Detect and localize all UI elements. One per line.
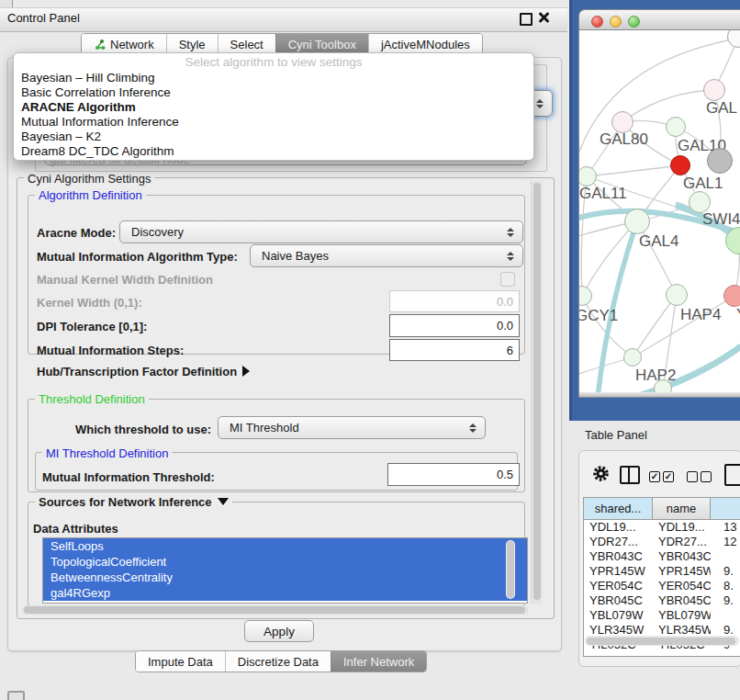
kernel-width-field[interactable]: 0.0 bbox=[389, 290, 520, 312]
dpi-tolerance-field[interactable]: 0.0 bbox=[389, 314, 520, 337]
tab-select[interactable]: Select bbox=[218, 34, 275, 54]
column-header-partial[interactable] bbox=[711, 498, 740, 520]
node-label: GAL1 bbox=[683, 175, 723, 193]
tab-network[interactable]: Network bbox=[82, 34, 166, 54]
apply-button[interactable]: Apply bbox=[244, 620, 314, 642]
split-columns-icon[interactable] bbox=[620, 466, 640, 484]
which-threshold-label: Which threshold to use: bbox=[75, 423, 211, 436]
sources-toggle[interactable]: Sources for Network Inference bbox=[35, 495, 232, 509]
column-header-name[interactable]: name bbox=[653, 498, 711, 520]
tab-style[interactable]: Style bbox=[166, 34, 218, 54]
network-node[interactable] bbox=[723, 285, 740, 307]
close-traffic-light-icon[interactable] bbox=[591, 16, 603, 28]
table-cell: 9. bbox=[711, 564, 740, 579]
network-node[interactable] bbox=[670, 155, 690, 175]
tab-cyni-toolbox[interactable]: Cyni Toolbox bbox=[275, 34, 368, 54]
table-header: shared... name bbox=[584, 498, 740, 520]
which-threshold-value: MI Threshold bbox=[230, 421, 299, 435]
table-horizontal-scrollbar[interactable] bbox=[585, 636, 739, 646]
mi-algorithm-type-combo[interactable]: Naive Bayes bbox=[250, 244, 523, 267]
table-row[interactable]: YDL19...YDL19...13 bbox=[584, 520, 740, 535]
node-label: HAP4 bbox=[680, 306, 721, 324]
mi-algorithm-type-value: Naive Bayes bbox=[262, 249, 329, 263]
which-threshold-combo[interactable]: MI Threshold bbox=[218, 416, 486, 439]
tab-label: Cyni Toolbox bbox=[288, 38, 356, 51]
table-row[interactable]: YPR145WYPR145W9. bbox=[584, 564, 740, 579]
table-cell: YDR27... bbox=[653, 535, 711, 549]
tab-label: Select bbox=[230, 38, 263, 51]
network-node[interactable] bbox=[654, 379, 672, 392]
unchecked-checkbox-icon[interactable] bbox=[701, 471, 712, 482]
algorithm-option[interactable]: Bayesian – K2 bbox=[14, 130, 533, 144]
table-rows: YDL19...YDL19...13YDR27...YDR27...12YBR0… bbox=[584, 520, 740, 652]
tab-discretize-data[interactable]: Discretize Data bbox=[225, 651, 331, 672]
table-cell bbox=[711, 608, 740, 623]
gear-icon[interactable] bbox=[592, 465, 610, 482]
attribute-item[interactable]: SelfLoops bbox=[43, 538, 527, 554]
mi-steps-label: Mutual Information Steps: bbox=[37, 344, 184, 357]
settings-group-title: Cyni Algorithm Settings bbox=[24, 172, 154, 186]
table-row[interactable]: YDR27...YDR27...12 bbox=[584, 535, 740, 549]
table-row[interactable]: YBR043CYBR043C bbox=[584, 549, 740, 564]
hub-definition-toggle[interactable]: Hub/Transcription Factor Definition bbox=[37, 365, 250, 378]
aracne-mode-value: Discovery bbox=[131, 225, 184, 239]
attributes-scrollbar[interactable] bbox=[506, 540, 515, 599]
control-panel-titlebar bbox=[0, 7, 567, 32]
tab-infer-network[interactable]: Infer Network bbox=[331, 651, 426, 672]
attribute-item[interactable]: gal4RGexp bbox=[43, 585, 527, 601]
checked-checkbox-icon[interactable]: ✓ bbox=[663, 471, 674, 482]
network-node[interactable] bbox=[666, 117, 686, 137]
table-cell: YER054C bbox=[584, 579, 653, 593]
column-header-shared[interactable]: shared... bbox=[584, 498, 653, 520]
tab-jactivemnodules[interactable]: jActiveMNodules bbox=[368, 34, 482, 54]
table-row[interactable]: YER054CYER054C8. bbox=[584, 579, 740, 593]
network-node[interactable] bbox=[707, 148, 733, 174]
tab-impute-data[interactable]: Impute Data bbox=[136, 651, 225, 672]
algorithm-option[interactable]: Dream8 DC_TDC Algorithm bbox=[14, 144, 533, 159]
table-row[interactable]: YBR045CYBR045C9. bbox=[584, 593, 740, 608]
network-window-bottom-frame bbox=[578, 392, 740, 398]
attribute-item[interactable]: BetweennessCentrality bbox=[43, 570, 527, 585]
table-cell: YBR045C bbox=[653, 593, 711, 608]
algorithm-option[interactable]: Bayesian – Hill Climbing bbox=[14, 71, 533, 85]
zoom-traffic-light-icon[interactable] bbox=[628, 16, 640, 28]
table-cell: 9. bbox=[711, 593, 740, 608]
algorithm-dropdown-popup: Select algorithm to view settings Bayesi… bbox=[13, 52, 534, 161]
attribute-item[interactable]: TopologicalCoefficient bbox=[43, 554, 527, 570]
checked-checkbox-icon[interactable]: ✓ bbox=[649, 471, 660, 482]
dropdown-placeholder: Select algorithm to view settings bbox=[14, 53, 533, 71]
table-cell: YBR043C bbox=[584, 549, 653, 564]
settings-horizontal-scrollbar[interactable] bbox=[22, 605, 529, 615]
network-node[interactable] bbox=[623, 348, 642, 367]
document-icon[interactable] bbox=[724, 464, 740, 486]
table-cell: YPR145W bbox=[584, 564, 653, 579]
node-label: GAL bbox=[706, 99, 737, 118]
node-label: GAL4 bbox=[639, 232, 678, 251]
algorithm-option[interactable]: Basic Correlation Inference bbox=[14, 85, 533, 100]
table-cell: YER054C bbox=[653, 579, 711, 593]
network-node[interactable] bbox=[703, 79, 725, 101]
settings-vertical-scrollbar[interactable] bbox=[531, 181, 543, 604]
collapsed-arrow-icon bbox=[242, 366, 250, 377]
network-window-titlebar[interactable] bbox=[578, 9, 740, 30]
unchecked-checkbox-icon[interactable] bbox=[687, 471, 698, 482]
table-row[interactable]: YBL079WYBL079W bbox=[584, 608, 740, 623]
minimize-traffic-light-icon[interactable] bbox=[610, 16, 622, 28]
float-window-icon[interactable] bbox=[520, 13, 533, 26]
algorithm-option[interactable]: ARACNE Algorithm bbox=[14, 100, 533, 115]
manual-kernel-width-checkbox[interactable] bbox=[500, 272, 515, 287]
network-canvas[interactable]: GALGAL80GAL10GAL1GAL11SWI4GAL4GCY1HAP4YH… bbox=[578, 30, 740, 392]
tab-label: Style bbox=[179, 38, 206, 51]
network-node[interactable] bbox=[624, 209, 650, 234]
aracne-mode-combo[interactable]: Discovery bbox=[119, 220, 523, 243]
mi-threshold-field[interactable]: 0.5 bbox=[387, 463, 520, 486]
data-attributes-label: Data Attributes bbox=[33, 522, 118, 536]
network-node[interactable] bbox=[666, 284, 688, 306]
close-icon[interactable] bbox=[538, 12, 549, 23]
spinner-arrows-icon bbox=[507, 252, 514, 261]
bottom-tabstrip: Impute Data Discretize Data Infer Networ… bbox=[135, 650, 427, 672]
algorithm-option[interactable]: Mutual Information Inference bbox=[14, 115, 533, 130]
table-cell bbox=[711, 549, 740, 564]
mi-steps-field[interactable]: 6 bbox=[389, 339, 520, 361]
minimized-panel-icon[interactable] bbox=[7, 691, 25, 700]
